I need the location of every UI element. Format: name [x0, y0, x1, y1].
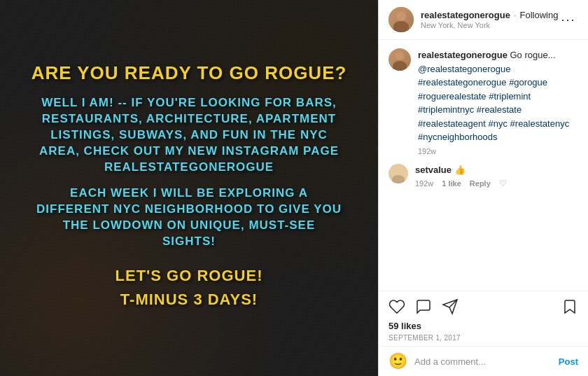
- caption-time: 192w: [418, 147, 578, 155]
- comment-time: 192w: [415, 179, 433, 188]
- caption-area: realestategonerogue Go rogue... @realest…: [379, 40, 588, 291]
- image-cta: Let's go rogue!: [115, 267, 263, 285]
- header-following[interactable]: Following: [520, 10, 559, 20]
- action-icons: [388, 298, 578, 315]
- post-comment-button[interactable]: Post: [559, 356, 578, 367]
- comment-input[interactable]: [414, 356, 552, 367]
- like-button[interactable]: [388, 298, 405, 315]
- image-body1: Well I am! -- If you're looking for bars…: [39, 95, 339, 176]
- reply-button[interactable]: Reply: [470, 179, 491, 188]
- comment-button[interactable]: [415, 298, 432, 315]
- comment-avatar[interactable]: [388, 164, 408, 183]
- header-dot: ·: [514, 10, 517, 20]
- comment-icon: [415, 298, 432, 315]
- heart-icon: [388, 298, 405, 315]
- more-options-button[interactable]: ···: [558, 13, 578, 26]
- bookmark-button[interactable]: [561, 298, 578, 315]
- comment-input-bar: 🙂 Post: [379, 346, 588, 376]
- comment-body: 👍: [454, 165, 465, 175]
- caption-username[interactable]: realestategonerogue: [418, 50, 507, 60]
- caption-block: realestategonerogue Go rogue... @realest…: [388, 48, 578, 155]
- comment-block: setvalue 👍 192w 1 like Reply ♡: [388, 164, 578, 188]
- comment-likes: 1 like: [442, 179, 461, 188]
- header-info: realestategonerogue · Following New York…: [421, 10, 558, 29]
- image-countdown: T-minus 3 days!: [120, 291, 258, 309]
- caption-avatar[interactable]: [388, 48, 411, 71]
- comment-text: setvalue 👍: [415, 164, 578, 176]
- caption-body: Go rogue... @realestategonerogue #reales…: [418, 50, 569, 142]
- comment-content: setvalue 👍 192w 1 like Reply ♡: [415, 164, 578, 188]
- image-body2: Each week I will be exploring a differen…: [36, 186, 342, 250]
- share-button[interactable]: [442, 298, 458, 315]
- header-location: New York, New York: [421, 21, 558, 29]
- bookmark-icon: [561, 298, 578, 315]
- post-image: Are you ready to go rogue? Well I am! --…: [0, 0, 378, 376]
- header-avatar[interactable]: [388, 7, 414, 32]
- post-header: realestategonerogue · Following New York…: [379, 0, 588, 40]
- post-date: September 1, 2017: [388, 334, 578, 342]
- emoji-button[interactable]: 🙂: [388, 352, 407, 370]
- comment-meta: 192w 1 like Reply ♡: [415, 179, 578, 188]
- header-username[interactable]: realestategonerogue: [421, 10, 510, 20]
- likes-count: 59 likes: [388, 321, 578, 331]
- actions-bar: 59 likes September 1, 2017: [379, 291, 588, 346]
- comment-heart-icon[interactable]: ♡: [499, 179, 507, 188]
- comment-username[interactable]: setvalue: [415, 165, 451, 175]
- right-panel: realestategonerogue · Following New York…: [378, 0, 588, 376]
- caption-text: realestategonerogue Go rogue... @realest…: [418, 48, 578, 144]
- share-icon: [442, 298, 458, 315]
- image-headline: Are you ready to go rogue?: [31, 62, 347, 84]
